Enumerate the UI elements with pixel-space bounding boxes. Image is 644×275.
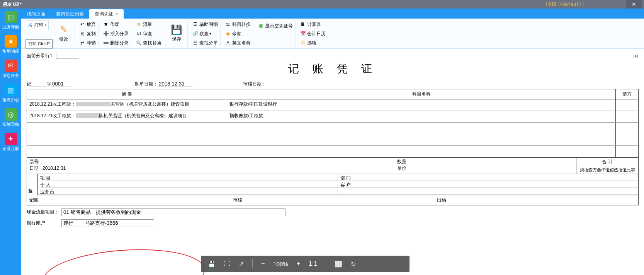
voucher-grid: 摘 要 科目名称 借方 2018.12.21收工程款：关营区（机关营房及公寓楼）… (27, 89, 639, 158)
linkquery-button[interactable]: 🔗联查▾ (192, 29, 218, 38)
printer-icon: 🖨 (28, 22, 32, 28)
transfer-icon: ⇆ (224, 22, 231, 27)
app-name: 用友 U8⁺ (2, 1, 21, 8)
grid-row[interactable]: 2018.12.21收工程款：关营区（机关营房及公寓楼）建设项目 银行存款/中国… (27, 99, 638, 111)
bill-icon: ☲ (192, 40, 199, 46)
nav-business[interactable]: ▤业务导航 (2, 11, 19, 30)
grid-row[interactable]: 2018.12.21收工程款：队机关营区（机关营房及公寓楼）建设项目 预收账款/… (27, 111, 638, 123)
aux-detail-button[interactable]: ☰辅助明细 (192, 20, 218, 29)
audit-date-label: 审核日期： (243, 81, 266, 87)
save-label: 保存 (172, 36, 181, 43)
current-line-input[interactable] (56, 52, 79, 59)
compass-icon: ◎ (5, 108, 17, 121)
account-label: [018](default) (545, 2, 585, 7)
tab-desktop[interactable]: 我的桌面 (21, 9, 51, 19)
zoom-level: 100% (273, 261, 288, 267)
tab-voucher-query[interactable]: 查询凭证× (89, 9, 124, 19)
remark-sales[interactable]: 业务员 (38, 188, 338, 195)
enname-button[interactable]: A英文名称 (224, 39, 251, 47)
search-icon: 🔍 (135, 40, 142, 46)
voucher-area: 当前分录行1 ⏮ 记 账 凭 证 记 字 制单日期： 审核日期： 摘 要 科目名… (21, 49, 644, 275)
bill-no-label: 票号 (29, 159, 39, 164)
remark-customer[interactable]: 客 户 (338, 181, 638, 188)
offset-button[interactable]: ⇄冲销 (79, 39, 96, 47)
save-icon: 💾 (171, 24, 182, 35)
bank-account-row: 银行账户 (27, 219, 639, 227)
cash-flow-row: 现金流量项目： (27, 208, 639, 216)
insert-entry-button[interactable]: ➕插入分录 (102, 29, 129, 38)
qty-label: 数量 (397, 159, 406, 164)
audit-icon: ☑ (135, 31, 142, 36)
calendar-icon: 📅 (299, 31, 306, 36)
save-button[interactable]: 💾 保存 (168, 20, 185, 46)
sign-audit: 审核 (231, 196, 434, 204)
close-button[interactable]: ✕ (626, 0, 642, 9)
find-replace-button[interactable]: 🔍查找替换 (135, 39, 161, 47)
nav-messages[interactable]: ✉消息任务 (2, 60, 19, 79)
save-icon[interactable]: 💾 (208, 260, 216, 268)
type-prefix: 记 (27, 81, 31, 87)
calculator-button[interactable]: 🖩计算器 (299, 20, 326, 29)
abandon-button[interactable]: ↶放弃 (79, 20, 96, 29)
titlebar: 用友 U8⁺ [018](default) ✕ (0, 0, 644, 9)
print-tooltip: 打印 Ctrl+P (25, 39, 53, 48)
undo-icon: ↶ (79, 22, 86, 27)
type-input[interactable] (31, 81, 47, 87)
share-icon[interactable]: ↗ (239, 260, 244, 268)
remark-empty[interactable] (338, 188, 638, 195)
copy-button[interactable]: ⎘复制 (79, 29, 96, 38)
folder-icon: ▤ (5, 11, 17, 23)
balance-button[interactable]: ◉余额 (224, 29, 251, 38)
options-button[interactable]: ⚙选项 (299, 39, 326, 47)
delete-icon: ➖ (102, 40, 109, 46)
type-suffix: 字 (47, 81, 51, 87)
findbill-button[interactable]: ☲查找分单 (192, 39, 218, 47)
audit-button[interactable]: ☑审查 (135, 29, 161, 38)
remark-project[interactable]: 项 目 (38, 174, 338, 181)
nav-label: 报表中心 (2, 97, 19, 103)
grid-row[interactable] (27, 134, 638, 146)
nav-enterprise[interactable]: ✦企业互联 (2, 133, 19, 152)
grid-row[interactable] (27, 123, 638, 134)
tab-close-icon[interactable]: × (116, 11, 118, 17)
chevron-down-icon: ▾ (209, 32, 211, 36)
voucher-footer: 票号 日期 2018.12.31 数量 单价 合 计 柒拾壹万叁仟伍佰伍拾伍元零 (27, 158, 639, 174)
print-label: 打印 (34, 22, 43, 29)
nav-favorites[interactable]: ★常用功能 (2, 35, 19, 54)
first-record-button[interactable]: ⏮ (633, 53, 639, 59)
print-button[interactable]: 🖨 打印 ▾ (26, 20, 49, 30)
remark-dept[interactable]: 部 门 (338, 174, 638, 181)
make-date-input[interactable] (158, 81, 193, 87)
bank-account-input[interactable] (61, 219, 154, 227)
nav-reports[interactable]: ▦报表中心 (2, 84, 19, 103)
show-empty-button[interactable]: ▣显示空凭证号 (257, 22, 293, 30)
flow-button[interactable]: ≋流量 (135, 20, 161, 29)
delete-entry-button[interactable]: ➖删除分录 (102, 39, 129, 47)
nav-label: 消息任务 (2, 73, 19, 79)
fitpage-icon[interactable]: ⛶ (224, 260, 230, 267)
nav-label: 业务导航 (2, 24, 19, 30)
zoom-in-icon[interactable]: + (297, 260, 300, 267)
actual-size-icon[interactable]: 1:1 (309, 260, 317, 267)
calendar-button[interactable]: 📅会计日历 (299, 29, 326, 38)
make-date-label: 制单日期： (135, 81, 158, 87)
grid-row[interactable] (27, 146, 638, 157)
nav-implement[interactable]: ◎实施导航 (2, 108, 19, 127)
lang-icon: A (224, 40, 231, 46)
redacted (76, 113, 99, 118)
transfer-button[interactable]: ⇆科目转换 (224, 20, 251, 29)
number-input[interactable] (51, 81, 71, 87)
cash-flow-input[interactable] (61, 208, 285, 216)
fullscreen-icon[interactable]: ⬜ (335, 260, 342, 268)
remark-person[interactable]: 个 人 (38, 181, 338, 188)
zoom-out-icon[interactable]: − (261, 260, 265, 267)
col-account: 科目名称 (227, 89, 616, 99)
invalid-button[interactable]: ✖作废 (102, 20, 129, 29)
tab-voucher-list[interactable]: 查询凭证列表 (51, 9, 89, 19)
message-icon: ✉ (5, 60, 17, 72)
modify-button[interactable]: ✎ 修改 (55, 20, 72, 46)
voucher-title: 记 账 凭 证 (27, 61, 639, 76)
invalid-icon: ✖ (102, 22, 109, 27)
rotate-icon[interactable]: ↻ (351, 260, 356, 268)
coin-icon: ◉ (224, 31, 231, 36)
